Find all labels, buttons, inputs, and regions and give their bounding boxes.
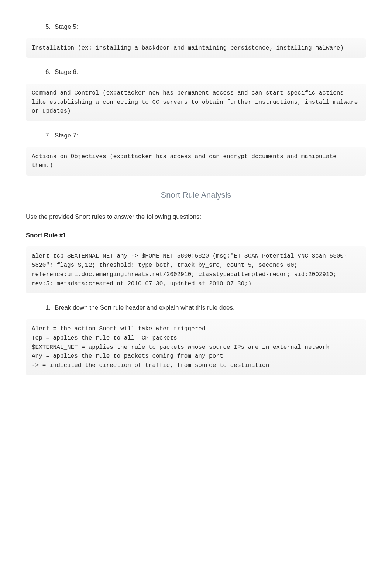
question-1-label: Break down the Sort rule header and expl… [52, 303, 366, 313]
stage-6-label: Stage 6: [52, 67, 366, 77]
intro-text: Use the provided Snort rules to answer t… [26, 212, 366, 222]
stage-7-code: Actions on Objectives (ex:attacker has a… [26, 147, 366, 176]
question-1-answer: Alert = the action Snort will take when … [26, 319, 366, 375]
snort-rule-heading: Snort Rule #1 [26, 231, 366, 240]
section-title: Snort Rule Analysis [26, 189, 366, 201]
stage-5-code: Installation (ex: installing a backdoor … [26, 38, 366, 58]
snort-rule-code: alert tcp $EXTERNAL_NET any -> $HOME_NET… [26, 246, 366, 293]
stage-5-label: Stage 5: [52, 22, 366, 32]
stage-7-label: Stage 7: [52, 131, 366, 140]
stage-6-code: Command and Control (ex:attacker now has… [26, 84, 366, 121]
